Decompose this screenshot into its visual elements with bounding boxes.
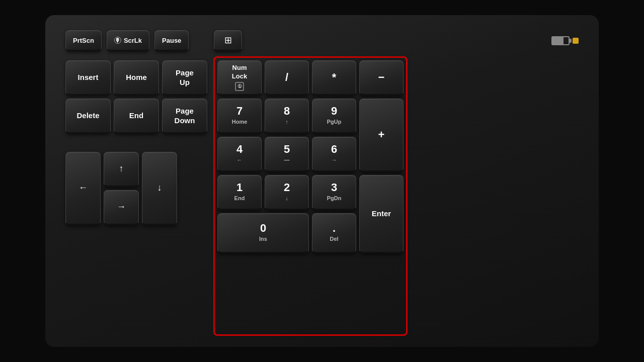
numlock-key[interactable]: NumLock ①	[217, 60, 262, 96]
scrlk-label: ScrLk	[124, 37, 142, 44]
left-section: Insert Home PageUp Delete End PageDown	[65, 60, 207, 332]
arrow-section: ← ↑ → ↓	[65, 152, 207, 225]
keyboard: PrtScn 🎙 ScrLk Pause ⊞ Insert	[45, 15, 599, 347]
down-arrow-key[interactable]: ↓	[142, 152, 177, 225]
nummul-key[interactable]: *	[312, 60, 356, 96]
numplus-key[interactable]: +	[359, 99, 404, 172]
numdiv-key[interactable]: /	[265, 60, 309, 96]
spacer	[194, 30, 209, 51]
numdot-key[interactable]: . Del	[312, 213, 356, 253]
calculator-key[interactable]: ⊞	[214, 30, 242, 51]
numpad-grid: NumLock ① / * − 7 Home 8	[217, 60, 404, 253]
pageup-key[interactable]: PageUp	[162, 60, 207, 96]
delete-key[interactable]: Delete	[65, 99, 111, 134]
prtscn-key[interactable]: PrtScn	[65, 30, 102, 51]
prtscn-label: PrtScn	[73, 37, 94, 44]
left-arrow-key[interactable]: ←	[65, 152, 101, 225]
numpad-section: NumLock ① / * − 7 Home 8	[217, 60, 404, 332]
pause-label: Pause	[162, 37, 181, 44]
right-arrow-key[interactable]: →	[104, 190, 139, 225]
num0-key[interactable]: 0 Ins	[217, 213, 309, 253]
num7-key[interactable]: 7 Home	[217, 99, 262, 134]
up-arrow-key[interactable]: ↑	[104, 152, 139, 187]
num4-key[interactable]: 4 ←	[217, 137, 262, 172]
top-bar: PrtScn 🎙 ScrLk Pause ⊞	[65, 30, 579, 51]
numlock-indicator: ①	[235, 82, 244, 91]
battery-area	[551, 36, 579, 45]
scrlk-key[interactable]: 🎙 ScrLk	[107, 30, 149, 51]
pause-key[interactable]: Pause	[154, 30, 189, 51]
calculator-icon: ⊞	[224, 35, 232, 46]
num1-key[interactable]: 1 End	[217, 175, 262, 210]
home-key[interactable]: Home	[114, 60, 159, 96]
main-section: Insert Home PageUp Delete End PageDown	[65, 60, 579, 332]
num9-key[interactable]: 9 PgUp	[312, 99, 356, 134]
battery-dot	[573, 38, 579, 44]
numminus-key[interactable]: −	[359, 60, 404, 96]
num8-key[interactable]: 8 ↑	[265, 99, 309, 134]
pagedown-key[interactable]: PageDown	[162, 99, 207, 134]
end-key[interactable]: End	[114, 99, 159, 134]
num2-key[interactable]: 2 ↓	[265, 175, 309, 210]
nav-grid: Insert Home PageUp Delete End PageDown	[65, 60, 207, 134]
numenter-key[interactable]: Enter	[359, 175, 404, 253]
battery-icon	[551, 36, 570, 45]
num5-key[interactable]: 5 —	[265, 137, 309, 172]
num6-key[interactable]: 6 →	[312, 137, 356, 172]
num3-key[interactable]: 3 PgDn	[312, 175, 356, 210]
insert-key[interactable]: Insert	[65, 60, 111, 96]
top-left-keys: PrtScn 🎙 ScrLk Pause ⊞	[65, 30, 242, 51]
scrlk-icon: 🎙	[114, 37, 121, 44]
